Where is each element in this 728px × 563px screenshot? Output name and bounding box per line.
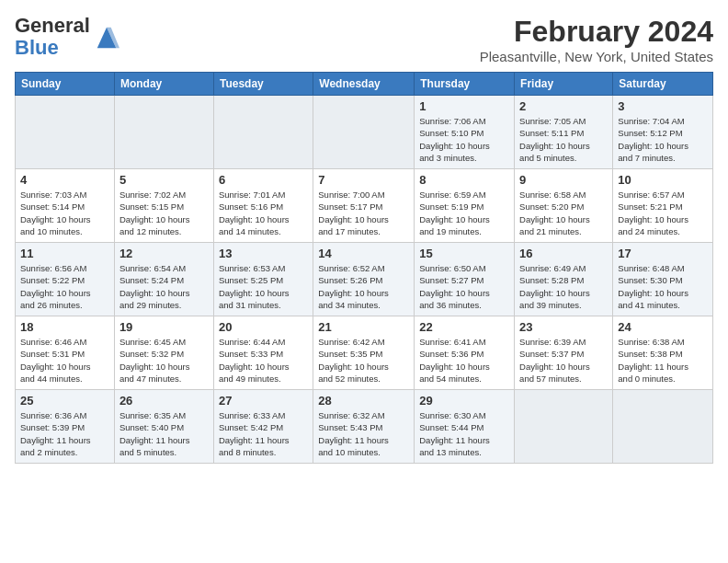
day-info: Sunrise: 6:56 AM Sunset: 5:22 PM Dayligh… bbox=[20, 262, 109, 311]
day-info: Sunrise: 6:59 AM Sunset: 5:19 PM Dayligh… bbox=[419, 189, 509, 237]
day-number: 13 bbox=[219, 247, 308, 260]
day-number: 1 bbox=[419, 99, 509, 113]
day-info: Sunrise: 6:35 AM Sunset: 5:40 PM Dayligh… bbox=[119, 409, 209, 458]
calendar-day-cell: 18Sunrise: 6:46 AM Sunset: 5:31 PM Dayli… bbox=[16, 316, 115, 390]
calendar-week-row: 4Sunrise: 7:03 AM Sunset: 5:14 PM Daylig… bbox=[16, 169, 713, 243]
location: Pleasantville, New York, United States bbox=[480, 49, 713, 64]
day-info: Sunrise: 6:52 AM Sunset: 5:26 PM Dayligh… bbox=[318, 262, 409, 311]
calendar-day-cell bbox=[16, 96, 115, 169]
calendar-day-cell bbox=[613, 390, 713, 464]
day-number: 8 bbox=[419, 173, 509, 187]
day-info: Sunrise: 6:46 AM Sunset: 5:31 PM Dayligh… bbox=[20, 336, 109, 385]
calendar-day-cell: 5Sunrise: 7:02 AM Sunset: 5:15 PM Daylig… bbox=[114, 169, 213, 243]
day-number: 16 bbox=[519, 247, 608, 260]
day-info: Sunrise: 6:41 AM Sunset: 5:36 PM Dayligh… bbox=[419, 336, 509, 385]
day-info: Sunrise: 6:32 AM Sunset: 5:43 PM Dayligh… bbox=[318, 409, 409, 458]
day-number: 18 bbox=[20, 320, 109, 334]
calendar-week-row: 1Sunrise: 7:06 AM Sunset: 5:10 PM Daylig… bbox=[16, 96, 713, 169]
day-info: Sunrise: 7:04 AM Sunset: 5:12 PM Dayligh… bbox=[618, 115, 708, 164]
day-info: Sunrise: 6:30 AM Sunset: 5:44 PM Dayligh… bbox=[419, 409, 509, 458]
day-info: Sunrise: 6:45 AM Sunset: 5:32 PM Dayligh… bbox=[119, 336, 209, 385]
calendar-day-cell: 8Sunrise: 6:59 AM Sunset: 5:19 PM Daylig… bbox=[415, 169, 515, 243]
calendar-day-cell: 2Sunrise: 7:05 AM Sunset: 5:11 PM Daylig… bbox=[515, 96, 613, 169]
calendar-day-cell: 23Sunrise: 6:39 AM Sunset: 5:37 PM Dayli… bbox=[515, 316, 613, 390]
day-number: 9 bbox=[519, 173, 608, 187]
day-info: Sunrise: 7:03 AM Sunset: 5:14 PM Dayligh… bbox=[20, 189, 109, 237]
day-info: Sunrise: 6:39 AM Sunset: 5:37 PM Dayligh… bbox=[519, 336, 608, 385]
day-number: 17 bbox=[618, 247, 708, 260]
day-info: Sunrise: 6:49 AM Sunset: 5:28 PM Dayligh… bbox=[519, 262, 608, 311]
calendar-day-cell: 17Sunrise: 6:48 AM Sunset: 5:30 PM Dayli… bbox=[613, 243, 713, 316]
calendar-day-cell bbox=[114, 96, 213, 169]
day-number: 14 bbox=[318, 247, 409, 260]
day-info: Sunrise: 6:33 AM Sunset: 5:42 PM Dayligh… bbox=[219, 409, 308, 458]
calendar-day-cell: 28Sunrise: 6:32 AM Sunset: 5:43 PM Dayli… bbox=[313, 390, 415, 464]
day-info: Sunrise: 7:05 AM Sunset: 5:11 PM Dayligh… bbox=[519, 115, 608, 164]
day-number: 28 bbox=[318, 394, 409, 408]
calendar-day-cell: 24Sunrise: 6:38 AM Sunset: 5:38 PM Dayli… bbox=[613, 316, 713, 390]
calendar-day-cell: 15Sunrise: 6:50 AM Sunset: 5:27 PM Dayli… bbox=[415, 243, 515, 316]
calendar-day-cell: 26Sunrise: 6:35 AM Sunset: 5:40 PM Dayli… bbox=[114, 390, 213, 464]
page-header: General Blue February 2024 Pleasantville… bbox=[15, 15, 713, 64]
calendar-day-cell: 14Sunrise: 6:52 AM Sunset: 5:26 PM Dayli… bbox=[313, 243, 415, 316]
day-number: 11 bbox=[20, 247, 109, 260]
logo: General Blue bbox=[15, 15, 119, 59]
day-info: Sunrise: 6:57 AM Sunset: 5:21 PM Dayligh… bbox=[618, 189, 708, 237]
calendar-day-cell: 25Sunrise: 6:36 AM Sunset: 5:39 PM Dayli… bbox=[16, 390, 115, 464]
day-number: 23 bbox=[519, 320, 608, 334]
day-info: Sunrise: 6:48 AM Sunset: 5:30 PM Dayligh… bbox=[618, 262, 708, 311]
calendar-day-cell: 6Sunrise: 7:01 AM Sunset: 5:16 PM Daylig… bbox=[213, 169, 313, 243]
weekday-header-friday: Friday bbox=[515, 73, 613, 96]
day-info: Sunrise: 6:53 AM Sunset: 5:25 PM Dayligh… bbox=[219, 262, 308, 311]
calendar-day-cell bbox=[313, 96, 415, 169]
calendar-day-cell: 10Sunrise: 6:57 AM Sunset: 5:21 PM Dayli… bbox=[613, 169, 713, 243]
logo-icon bbox=[94, 24, 119, 50]
calendar-day-cell: 20Sunrise: 6:44 AM Sunset: 5:33 PM Dayli… bbox=[213, 316, 313, 390]
calendar-day-cell: 3Sunrise: 7:04 AM Sunset: 5:12 PM Daylig… bbox=[613, 96, 713, 169]
day-number: 29 bbox=[419, 394, 509, 408]
day-number: 5 bbox=[119, 173, 209, 187]
calendar-table: SundayMondayTuesdayWednesdayThursdayFrid… bbox=[15, 72, 713, 464]
day-number: 19 bbox=[119, 320, 209, 334]
weekday-header-thursday: Thursday bbox=[415, 73, 515, 96]
day-number: 7 bbox=[318, 173, 409, 187]
day-number: 10 bbox=[618, 173, 708, 187]
calendar-day-cell: 7Sunrise: 7:00 AM Sunset: 5:17 PM Daylig… bbox=[313, 169, 415, 243]
day-number: 20 bbox=[219, 320, 308, 334]
day-info: Sunrise: 6:54 AM Sunset: 5:24 PM Dayligh… bbox=[119, 262, 209, 311]
day-info: Sunrise: 6:50 AM Sunset: 5:27 PM Dayligh… bbox=[419, 262, 509, 311]
day-number: 24 bbox=[618, 320, 708, 334]
day-info: Sunrise: 6:36 AM Sunset: 5:39 PM Dayligh… bbox=[20, 409, 109, 458]
day-number: 15 bbox=[419, 247, 509, 260]
calendar-day-cell: 27Sunrise: 6:33 AM Sunset: 5:42 PM Dayli… bbox=[213, 390, 313, 464]
calendar-day-cell bbox=[213, 96, 313, 169]
day-info: Sunrise: 7:06 AM Sunset: 5:10 PM Dayligh… bbox=[419, 115, 509, 164]
logo-blue-text: Blue bbox=[15, 36, 59, 59]
title-block: February 2024 Pleasantville, New York, U… bbox=[480, 15, 713, 64]
weekday-header-wednesday: Wednesday bbox=[313, 73, 415, 96]
day-number: 25 bbox=[20, 394, 109, 408]
weekday-header-tuesday: Tuesday bbox=[213, 73, 313, 96]
calendar-week-row: 11Sunrise: 6:56 AM Sunset: 5:22 PM Dayli… bbox=[16, 243, 713, 316]
calendar-week-row: 18Sunrise: 6:46 AM Sunset: 5:31 PM Dayli… bbox=[16, 316, 713, 390]
day-info: Sunrise: 6:42 AM Sunset: 5:35 PM Dayligh… bbox=[318, 336, 409, 385]
calendar-week-row: 25Sunrise: 6:36 AM Sunset: 5:39 PM Dayli… bbox=[16, 390, 713, 464]
calendar-day-cell: 13Sunrise: 6:53 AM Sunset: 5:25 PM Dayli… bbox=[213, 243, 313, 316]
calendar-day-cell: 21Sunrise: 6:42 AM Sunset: 5:35 PM Dayli… bbox=[313, 316, 415, 390]
day-number: 21 bbox=[318, 320, 409, 334]
day-number: 22 bbox=[419, 320, 509, 334]
day-number: 4 bbox=[20, 173, 109, 187]
day-info: Sunrise: 7:00 AM Sunset: 5:17 PM Dayligh… bbox=[318, 189, 409, 237]
day-info: Sunrise: 6:38 AM Sunset: 5:38 PM Dayligh… bbox=[618, 336, 708, 385]
weekday-header-sunday: Sunday bbox=[16, 73, 115, 96]
day-info: Sunrise: 6:58 AM Sunset: 5:20 PM Dayligh… bbox=[519, 189, 608, 237]
weekday-header-monday: Monday bbox=[114, 73, 213, 96]
calendar-day-cell: 9Sunrise: 6:58 AM Sunset: 5:20 PM Daylig… bbox=[515, 169, 613, 243]
day-info: Sunrise: 7:01 AM Sunset: 5:16 PM Dayligh… bbox=[219, 189, 308, 237]
day-number: 2 bbox=[519, 99, 608, 113]
day-number: 3 bbox=[618, 99, 708, 113]
day-number: 12 bbox=[119, 247, 209, 260]
calendar-day-cell: 4Sunrise: 7:03 AM Sunset: 5:14 PM Daylig… bbox=[16, 169, 115, 243]
calendar-day-cell: 16Sunrise: 6:49 AM Sunset: 5:28 PM Dayli… bbox=[515, 243, 613, 316]
day-number: 26 bbox=[119, 394, 209, 408]
